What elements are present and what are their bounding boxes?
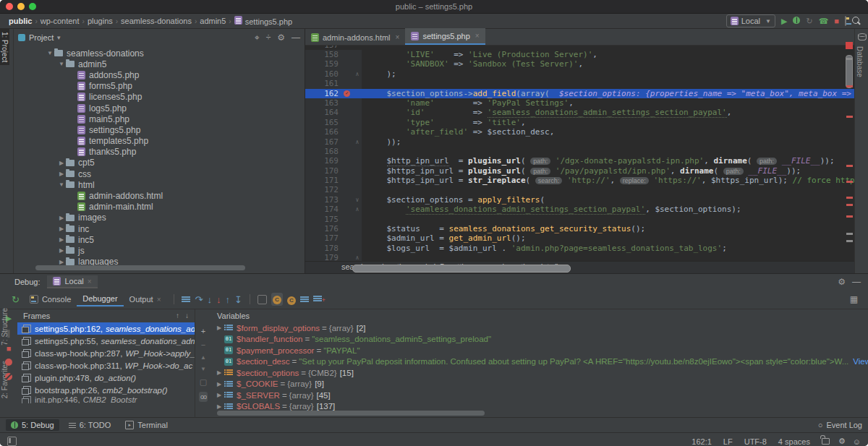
step-out-icon[interactable]: ↑ xyxy=(225,295,230,304)
add-watch-icon[interactable]: + xyxy=(313,294,326,305)
fold-down-icon[interactable]: ∨ xyxy=(353,195,362,205)
step-into-icon[interactable]: ↓ xyxy=(207,295,212,304)
hide-panel-icon[interactable]: — xyxy=(292,33,300,43)
tree-item-licenses5-php[interactable]: licenses5.php xyxy=(14,92,305,103)
code-line[interactable]: 167∧ )); xyxy=(305,137,854,147)
stack-frame[interactable]: class-wp-hook.php:311,WP_Hook->do_ac xyxy=(17,359,195,372)
code-line[interactable]: 169 $http_ipn_url = plugins_url( path: '… xyxy=(305,156,854,166)
tree-item-main5-php[interactable]: main5.php xyxy=(14,113,305,124)
tree-item-admin-addons-html[interactable]: admin-addons.html xyxy=(14,190,305,201)
variable-row[interactable]: 01$section_desc="Set up your PayPal depo… xyxy=(211,356,868,368)
debug-tab-debugger[interactable]: Debugger xyxy=(77,292,123,306)
line-separator[interactable]: LF xyxy=(723,437,733,446)
tree-item-forms5-php[interactable]: forms5.php xyxy=(14,81,305,92)
show-execution-point-icon[interactable] xyxy=(300,295,309,304)
code-line[interactable]: 159 'SANDBOX' => 'Sandbox (Test Server)'… xyxy=(305,59,854,69)
code-line[interactable]: 166 'after_field' => $section_desc, xyxy=(305,127,854,137)
chevron-right-icon[interactable]: ▶ xyxy=(214,369,224,376)
error-stripe-mark[interactable] xyxy=(846,233,853,235)
fold-up-icon[interactable]: ∧ xyxy=(353,253,362,261)
tool-button-terminal[interactable]: ▸ Terminal xyxy=(120,419,173,431)
chevron-right-icon[interactable]: ▶ xyxy=(57,226,66,232)
gear-icon[interactable]: ⚙ xyxy=(838,277,846,287)
tool-button-database[interactable]: Database xyxy=(855,43,864,80)
code-line[interactable]: 176 $status = seamless_donations_get_sec… xyxy=(305,224,854,233)
stack-frame[interactable]: bootstrap.php:26,cmb2_bootstrap() xyxy=(17,384,195,396)
code-line[interactable]: 160∧ ); xyxy=(305,69,854,79)
variable-row[interactable]: 01$payment_processor="PAYPAL" xyxy=(211,345,868,356)
variables-horizontal-scrollbar[interactable] xyxy=(217,411,485,416)
next-frame-icon[interactable]: ↓ xyxy=(185,309,189,322)
code-line[interactable]: 177 $admin_url = get_admin_url(); xyxy=(305,233,854,243)
locate-file-icon[interactable]: ⌖ xyxy=(255,33,260,43)
breadcrumb-item[interactable]: seamless-donations xyxy=(121,17,192,25)
code-line[interactable]: 179∧ xyxy=(305,253,854,261)
code-line[interactable]: 158 'LIVE' => 'Live (Production Server)'… xyxy=(305,50,854,59)
close-icon[interactable]: × xyxy=(475,32,480,40)
tree-item-inc[interactable]: ▶inc xyxy=(14,223,305,234)
chevron-down-icon[interactable]: ▼ xyxy=(46,50,54,56)
code-line[interactable]: 162✓ $section_options->add_field(array( … xyxy=(305,89,854,98)
debug-button[interactable] xyxy=(793,17,800,25)
editor-horizontal-scrollbar[interactable] xyxy=(352,265,571,273)
close-icon[interactable]: × xyxy=(88,278,92,286)
tree-item-images[interactable]: ▶images xyxy=(14,213,305,223)
code-line[interactable]: 170 $https_ipn_url = plugins_url( path: … xyxy=(305,166,854,176)
tree-item-js[interactable]: ▶js xyxy=(14,245,305,256)
code-line[interactable]: 178 $logs_url = $admin_url . 'admin.php?… xyxy=(305,244,854,253)
run-config-combo[interactable]: Local ▼ xyxy=(726,14,775,27)
coverage-icon[interactable]: C xyxy=(271,293,283,306)
move-up-icon[interactable]: ▲ xyxy=(200,354,206,361)
code-line[interactable]: 175 xyxy=(305,215,854,224)
view-link[interactable]: View xyxy=(853,357,868,366)
tool-button-structure[interactable]: 7: Structure xyxy=(0,305,9,348)
tree-item-thanks5-php[interactable]: thanks5.php xyxy=(14,147,305,158)
project-view-title[interactable]: Project xyxy=(29,33,54,42)
chevron-right-icon[interactable]: ▶ xyxy=(214,325,224,331)
stack-frame[interactable]: class-wp-hook.php:287,WP_Hook->apply_ xyxy=(17,347,195,359)
chevron-down-icon[interactable]: ▼ xyxy=(57,181,66,188)
previous-frame-icon[interactable]: ↑ xyxy=(176,309,179,322)
variable-row[interactable]: ▶$section_options={CMB2}[15] xyxy=(211,367,868,379)
hide-panel-icon[interactable]: — xyxy=(852,277,861,287)
project-horizontal-scrollbar[interactable] xyxy=(35,265,245,270)
variable-row[interactable]: ▶$_COOKIE={array}[9] xyxy=(211,379,868,390)
breadcrumb-item[interactable]: admin5 xyxy=(200,17,226,25)
debug-session-tab[interactable]: Local × xyxy=(47,275,97,288)
error-stripe-mark[interactable] xyxy=(846,58,853,60)
force-step-into-icon[interactable]: ↓ xyxy=(216,295,221,304)
breadcrumb-item[interactable]: settings5.php xyxy=(234,16,292,26)
tree-item-seamless-donations[interactable]: ▼seamless-donations xyxy=(14,48,305,59)
read-only-lock-icon[interactable] xyxy=(822,438,830,445)
tool-button-project[interactable]: 1: Project xyxy=(0,29,9,65)
duplicate-watch-icon[interactable]: ▢ xyxy=(200,377,207,387)
restore-layout-icon[interactable]: ▦ xyxy=(850,294,858,304)
indent-style[interactable]: 4 spaces xyxy=(778,437,810,446)
stop-button[interactable]: ■ xyxy=(834,17,839,25)
chevron-right-icon[interactable]: ▶ xyxy=(214,403,224,410)
variable-row[interactable]: 01$handler_function="seamless_donations_… xyxy=(211,334,868,346)
error-stripe-mark[interactable] xyxy=(846,165,853,167)
tree-item-admin-main-html[interactable]: admin-main.html xyxy=(14,202,305,213)
error-stripe-mark[interactable] xyxy=(846,197,853,199)
chevron-down-icon[interactable]: ▼ xyxy=(57,61,66,67)
tool-window-switcher-icon[interactable] xyxy=(7,437,17,446)
breadcrumb-item[interactable]: wp-content xyxy=(41,17,80,25)
tree-item-addons5-php[interactable]: addons5.php xyxy=(14,69,305,80)
background-tasks-icon[interactable]: ⚙ xyxy=(838,437,846,446)
error-stripe-mark[interactable] xyxy=(846,181,853,183)
error-stripe-mark[interactable] xyxy=(846,116,853,118)
restart-button[interactable]: ↻ xyxy=(806,17,812,26)
debug-tab-output[interactable]: Output× xyxy=(124,293,167,306)
evaluate-expression-icon[interactable] xyxy=(258,295,267,304)
gear-icon[interactable]: ⚙ xyxy=(277,33,285,43)
code-line[interactable]: 172 xyxy=(305,185,854,194)
breadcrumb-item[interactable]: plugins xyxy=(88,17,113,25)
editor-tab-settings5-php[interactable]: settings5.php× xyxy=(405,28,485,45)
tree-item-cpt5[interactable]: ▶cpt5 xyxy=(14,158,305,168)
fold-up-icon[interactable]: ∧ xyxy=(353,137,362,147)
chevron-right-icon[interactable]: ▶ xyxy=(214,392,224,398)
code-line[interactable]: 173∨ $section_options = apply_filters( xyxy=(305,195,854,205)
remove-watch-icon[interactable]: − xyxy=(201,340,205,349)
chevron-right-icon[interactable]: ▶ xyxy=(214,381,224,387)
